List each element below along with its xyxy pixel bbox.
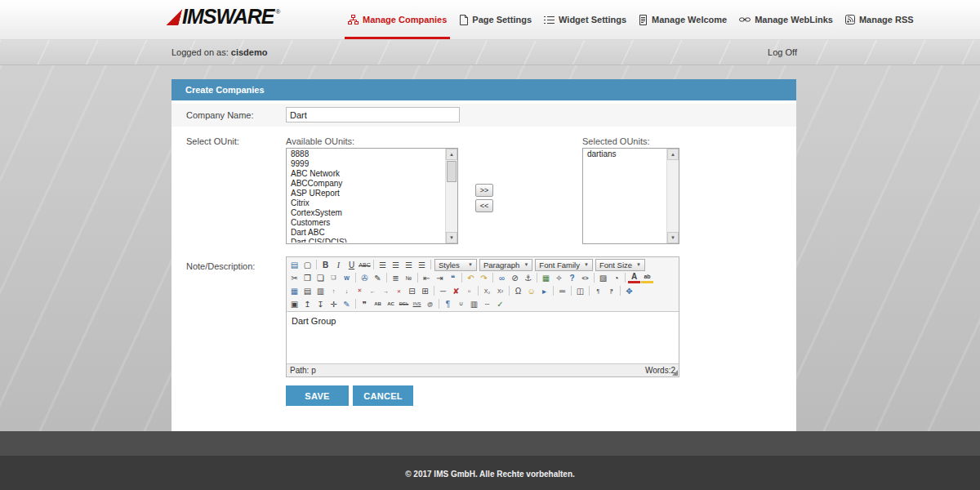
list-option[interactable]: ASP UReport	[287, 189, 445, 198]
fullscreen-icon[interactable]: ✥	[623, 285, 635, 296]
unlink-icon[interactable]: ⊘	[509, 272, 521, 283]
cleanup-icon[interactable]: ✧	[553, 272, 565, 283]
move-right-button[interactable]: >>	[475, 184, 493, 197]
list-option[interactable]: ABCCompany	[287, 179, 445, 189]
row-props-icon[interactable]: ▤	[301, 285, 314, 296]
nav-item-widget-settings[interactable]: Widget Settings	[544, 0, 626, 39]
save-button[interactable]: SAVE	[286, 385, 349, 406]
company-name-input[interactable]	[286, 107, 460, 122]
image-icon[interactable]: ▦	[540, 272, 552, 283]
table-icon[interactable]: ▦	[288, 285, 301, 296]
outdent-icon[interactable]: ⇤	[421, 272, 433, 283]
list-option[interactable]: Dart ABC	[287, 228, 445, 238]
selected-scrollbar[interactable]: ▲ ▼	[666, 149, 679, 243]
merge-cells-icon[interactable]: ⊞	[419, 285, 431, 296]
cut-icon[interactable]: ✂	[288, 272, 301, 283]
pagebreak-icon[interactable]: ┄	[481, 298, 493, 310]
acronym-icon[interactable]: AC	[385, 298, 397, 310]
list-option[interactable]: dartians	[584, 149, 666, 159]
list-option[interactable]: 9999	[287, 159, 445, 169]
new-doc-icon[interactable]: ▢	[301, 259, 314, 270]
editor-content-area[interactable]: Dart Group	[287, 311, 679, 363]
anchor-icon[interactable]: ⚓	[522, 272, 534, 283]
selected-ounits-listbox[interactable]: dartians ▲ ▼	[582, 148, 679, 244]
align-left-icon[interactable]: ☰	[376, 259, 389, 270]
numbered-list-icon[interactable]: №	[403, 272, 415, 283]
dropdown-styles[interactable]: Styles▼	[434, 259, 477, 271]
move-backward-icon[interactable]: ↧	[314, 298, 327, 310]
emotions-icon[interactable]: ☺	[525, 285, 537, 296]
paste-icon[interactable]: ❏	[314, 272, 327, 283]
dropdown-paragraph[interactable]: Paragraph▼	[479, 259, 532, 271]
del-icon[interactable]: DEL	[398, 298, 410, 310]
help-icon[interactable]: ?	[566, 272, 578, 283]
underline-icon[interactable]: U	[345, 259, 358, 270]
remove-format-icon[interactable]: ✘	[450, 285, 462, 296]
link-icon[interactable]: ∞	[496, 272, 508, 283]
cancel-button[interactable]: CANCEL	[353, 385, 413, 406]
indent-icon[interactable]: ⇥	[434, 272, 446, 283]
delete-col-icon[interactable]: ✕	[393, 285, 405, 296]
find-icon[interactable]: ✇	[359, 272, 371, 283]
align-justify-icon[interactable]: ☰	[416, 259, 428, 270]
backcolor-icon[interactable]: ab	[641, 272, 653, 283]
available-scrollbar[interactable]: ▲ ▼	[445, 149, 457, 243]
copy-icon[interactable]: ❐	[301, 272, 314, 283]
row-after-icon[interactable]: ↓	[341, 285, 353, 296]
nonbreaking-icon[interactable]: ∪	[455, 298, 467, 310]
replace-icon[interactable]: ✎	[372, 272, 384, 283]
paste-word-icon[interactable]: W	[341, 272, 353, 283]
list-option[interactable]: CortexSystem	[287, 208, 445, 218]
absolute-icon[interactable]: ✛	[327, 298, 340, 310]
italic-icon[interactable]: I	[332, 259, 345, 270]
hr-icon[interactable]: ─	[437, 285, 449, 296]
split-cells-icon[interactable]: ⊟	[406, 285, 418, 296]
nav-item-page-settings[interactable]: Page Settings	[459, 0, 532, 39]
align-right-icon[interactable]: ☰	[403, 259, 415, 270]
cite-icon[interactable]: ❞	[359, 298, 371, 310]
dropdown-font-family[interactable]: Font Family▼	[535, 259, 593, 271]
bullet-list-icon[interactable]: ≣	[390, 272, 402, 283]
dropdown-font-size[interactable]: Font Size▼	[595, 259, 645, 271]
template-icon[interactable]: ▥	[468, 298, 480, 310]
advhr-icon[interactable]: ═	[556, 285, 568, 296]
bold-icon[interactable]: B	[319, 259, 332, 270]
move-forward-icon[interactable]: ↥	[301, 298, 314, 310]
scroll-down-icon[interactable]: ▼	[446, 232, 457, 243]
scroll-up-icon[interactable]: ▲	[667, 149, 679, 160]
insert-time-icon[interactable]: ◔	[610, 272, 622, 283]
visual-aid-icon[interactable]: ▫	[463, 285, 475, 296]
visual-chars-icon[interactable]: ¶	[442, 298, 454, 310]
col-before-icon[interactable]: ←	[367, 285, 379, 296]
abbr-icon[interactable]: AB	[372, 298, 384, 310]
ins-icon[interactable]: INS	[411, 298, 423, 310]
list-option[interactable]: ABC Network	[287, 169, 445, 179]
paste-text-icon[interactable]: ❏	[327, 272, 340, 283]
ltr-icon[interactable]: ¶	[592, 285, 604, 296]
print-icon[interactable]: ◫	[574, 285, 586, 296]
redo-icon[interactable]: ↷	[478, 272, 490, 283]
style-props-icon[interactable]: ✎	[341, 298, 353, 310]
scroll-down-icon[interactable]: ▼	[667, 232, 679, 243]
scrollbar-thumb[interactable]	[447, 161, 457, 182]
cell-props-icon[interactable]: ▥	[314, 285, 327, 296]
delete-row-icon[interactable]: ✕	[354, 285, 366, 296]
code-icon[interactable]: <>	[579, 272, 591, 283]
undo-icon[interactable]: ↶	[465, 272, 477, 283]
row-before-icon[interactable]: ↑	[327, 285, 340, 296]
align-center-icon[interactable]: ☰	[390, 259, 402, 270]
list-option[interactable]: Citrix	[287, 198, 445, 208]
list-option[interactable]: Customers	[287, 218, 445, 228]
insert-date-icon[interactable]: ▨	[597, 272, 609, 283]
rtl-icon[interactable]: ¶	[605, 285, 617, 296]
charmap-icon[interactable]: Ω	[512, 285, 524, 296]
insert-layer-icon[interactable]: ▣	[288, 298, 301, 310]
nav-item-manage-welcome[interactable]: Manage Welcome	[639, 0, 727, 39]
save-icon[interactable]: ▤	[288, 259, 301, 270]
superscript-icon[interactable]: X²	[494, 285, 506, 296]
editor-resize-handle[interactable]	[672, 370, 678, 376]
log-off-link[interactable]: Log Off	[768, 47, 797, 57]
list-option[interactable]: Dart CIS(DCIS)	[287, 238, 445, 243]
nav-item-manage-rss[interactable]: Manage RSS	[845, 0, 914, 39]
scroll-up-icon[interactable]: ▲	[446, 149, 457, 160]
